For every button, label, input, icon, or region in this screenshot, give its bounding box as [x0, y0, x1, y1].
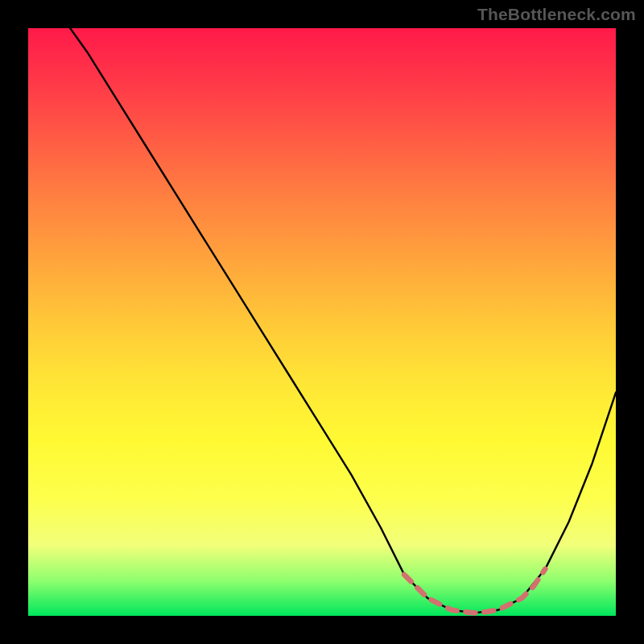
plot-area: [28, 28, 616, 616]
curve-layer: [28, 28, 616, 616]
chart-frame: TheBottleneck.com: [0, 0, 644, 644]
optimal-band: [404, 569, 545, 613]
watermark-text: TheBottleneck.com: [477, 5, 636, 24]
bottleneck-curve: [58, 10, 617, 613]
